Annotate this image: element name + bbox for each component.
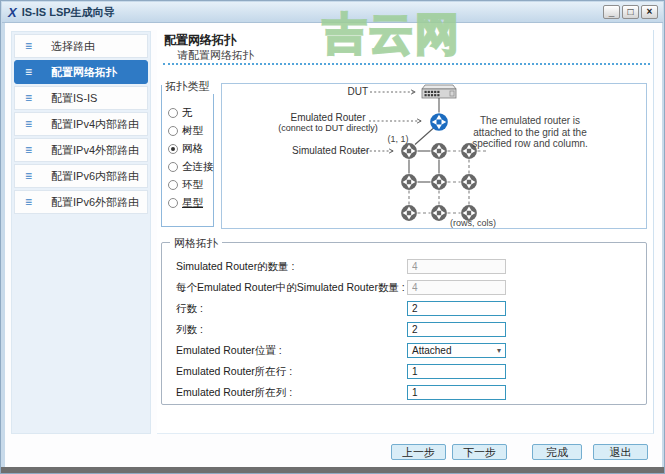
maximize-button[interactable]: □: [622, 5, 639, 19]
exit-button[interactable]: 退出: [593, 444, 648, 460]
radio-icon: [168, 108, 178, 118]
sidebar-item-ipv4-external[interactable]: ≡ 配置IPv4外部路由: [14, 138, 148, 162]
menu-icon: ≡: [25, 144, 39, 156]
simulated-router-icon: [431, 174, 447, 190]
emulated-row-input[interactable]: [407, 364, 506, 379]
simulated-per-emulated-input: [407, 280, 506, 295]
form-row-emulated-col: Emulated Router所在列 :: [162, 385, 646, 401]
simulated-router-icon: [401, 143, 417, 159]
radio-label: 网格: [182, 142, 203, 156]
sidebar-item-label: 配置IS-IS: [51, 91, 97, 106]
topology-type-group: 拓扑类型 无 树型 网格 全连接: [161, 85, 214, 227]
radio-label: 无: [182, 106, 193, 120]
sidebar-item-configure-isis[interactable]: ≡ 配置IS-IS: [14, 86, 148, 110]
field-label: Emulated Router所在行 :: [176, 365, 292, 379]
field-label: Emulated Router所在列 :: [176, 386, 292, 400]
minimize-button[interactable]: _: [603, 5, 620, 19]
title-bar: X IS-IS LSP生成向导 _ □ ×: [2, 2, 663, 23]
radio-icon: [168, 198, 178, 208]
radio-icon: [168, 126, 178, 136]
topology-diagram-panel: DUT Emulated Router (connect to DUT dire…: [221, 83, 647, 229]
previous-button[interactable]: 上一步: [391, 444, 446, 460]
simulated-router-icon: [401, 174, 417, 190]
dut-switch-icon: [422, 85, 456, 98]
wizard-window: X IS-IS LSP生成向导 _ □ × 吉云网 ≡ 选择路由 ≡ 配置网络拓…: [0, 0, 665, 474]
dialog-body: ≡ 选择路由 ≡ 配置网络拓扑 ≡ 配置IS-IS ≡ 配置IPv4内部路由 ≡…: [5, 23, 662, 467]
radio-icon: [168, 180, 178, 190]
sidebar-item-select-route[interactable]: ≡ 选择路由: [14, 34, 148, 58]
field-label: 行数 :: [176, 302, 203, 316]
simulated-router-icon: [431, 143, 447, 159]
sidebar-item-label: 选择路由: [51, 39, 95, 54]
radio-option-ring[interactable]: 环型: [168, 178, 203, 192]
topology-type-legend: 拓扑类型: [162, 79, 214, 94]
radio-label: 树型: [182, 124, 203, 138]
selected-option: Attached: [412, 345, 451, 356]
form-row-simulated-per-emulated: 每个Emulated Router中的Simulated Router数量 :: [162, 280, 646, 296]
form-row-simulated-count: Simulated Router的数量 :: [162, 259, 646, 275]
radio-selected-icon: [168, 144, 178, 154]
field-label: 列数 :: [176, 323, 203, 337]
dropdown-arrow-icon: ▾: [497, 346, 501, 355]
field-label: Simulated Router的数量 :: [176, 260, 294, 274]
form-row-emulated-position: Emulated Router位置 : Attached ▾: [162, 343, 646, 359]
field-label: 每个Emulated Router中的Simulated Router数量 :: [176, 281, 405, 295]
simulated-router-icon: [461, 174, 477, 190]
emulated-router-icon: [430, 113, 448, 131]
radio-option-full-mesh[interactable]: 全连接: [168, 160, 214, 174]
sidebar-item-label: 配置IPv4内部路由: [51, 117, 139, 132]
sidebar-item-configure-topology[interactable]: ≡ 配置网络拓扑: [14, 60, 148, 84]
radio-option-tree[interactable]: 树型: [168, 124, 203, 138]
form-row-emulated-row: Emulated Router所在行 :: [162, 364, 646, 380]
page-title: 配置网络拓扑: [164, 32, 236, 49]
wizard-step-list: ≡ 选择路由 ≡ 配置网络拓扑 ≡ 配置IS-IS ≡ 配置IPv4内部路由 ≡…: [11, 31, 151, 434]
main-pane: 配置网络拓扑 请配置网络拓扑 拓扑类型 无 树型 网格: [157, 30, 654, 434]
emulated-col-input[interactable]: [407, 385, 506, 400]
dut-label: DUT: [340, 86, 368, 97]
close-button[interactable]: ×: [641, 5, 658, 19]
app-logo-icon: X: [8, 6, 17, 19]
grid-topology-group: 网格拓扑 Simulated Router的数量 : 每个Emulated Ro…: [161, 242, 647, 405]
col-count-input[interactable]: [407, 322, 506, 337]
form-row-rows: 行数 :: [162, 301, 646, 317]
topology-diagram: [222, 84, 648, 230]
menu-icon: ≡: [25, 66, 39, 78]
radio-icon: [168, 162, 178, 172]
menu-icon: ≡: [25, 40, 39, 52]
simulated-router-icon: [401, 205, 417, 221]
simulated-router-icon: [431, 205, 447, 221]
row-count-input[interactable]: [407, 301, 506, 316]
menu-icon: ≡: [25, 118, 39, 130]
simulated-router-label: Simulated Router: [292, 145, 369, 156]
diagram-note: The emulated router is attached to the g…: [468, 115, 592, 150]
sidebar-item-ipv6-external[interactable]: ≡ 配置IPv6外部路由: [14, 190, 148, 214]
radio-option-grid[interactable]: 网格: [168, 142, 203, 156]
window-bottom-edge: [1, 467, 664, 473]
field-label: Emulated Router位置 :: [176, 344, 282, 358]
radio-option-none[interactable]: 无: [168, 106, 193, 120]
radio-label: 环型: [182, 178, 203, 192]
sidebar-item-ipv4-internal[interactable]: ≡ 配置IPv4内部路由: [14, 112, 148, 136]
radio-label: 星型: [182, 196, 203, 210]
next-button[interactable]: 下一步: [452, 444, 507, 460]
window-title: IS-IS LSP生成向导: [22, 5, 115, 20]
sidebar-item-label: 配置IPv6外部路由: [51, 195, 139, 210]
menu-icon: ≡: [25, 170, 39, 182]
radio-label: 全连接: [182, 160, 214, 174]
menu-icon: ≡: [25, 92, 39, 104]
sidebar-item-label: 配置网络拓扑: [51, 65, 117, 80]
dashed-separator: [163, 63, 650, 65]
sidebar-item-ipv6-internal[interactable]: ≡ 配置IPv6内部路由: [14, 164, 148, 188]
sidebar-item-label: 配置IPv4外部路由: [51, 143, 139, 158]
grid-dims-label: (rows, cols): [450, 218, 496, 228]
emulated-position-select[interactable]: Attached ▾: [407, 343, 506, 358]
sidebar-item-label: 配置IPv6内部路由: [51, 169, 139, 184]
form-row-cols: 列数 :: [162, 322, 646, 338]
radio-option-star[interactable]: 星型: [168, 196, 203, 210]
finish-button[interactable]: 完成: [532, 444, 582, 460]
emulated-router-label: Emulated Router (connect to DUT directly…: [274, 113, 382, 133]
grid-origin-label: (1, 1): [382, 134, 414, 144]
menu-icon: ≡: [25, 196, 39, 208]
grid-topology-legend: 网格拓扑: [170, 236, 222, 251]
page-subtitle: 请配置网络拓扑: [177, 48, 254, 63]
